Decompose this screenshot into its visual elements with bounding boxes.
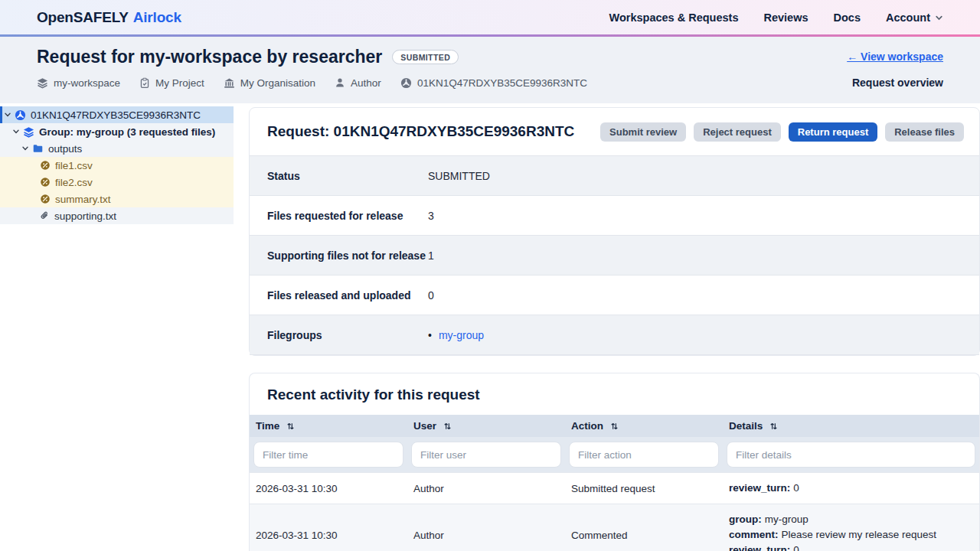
submit-review-button[interactable]: Submit review: [600, 122, 686, 142]
sort-icon: [286, 422, 295, 431]
filegroup-list: • my-group: [428, 329, 978, 341]
filter-cell-action: [565, 437, 723, 473]
detail-value: Please review my release request: [782, 529, 937, 540]
chevron-down-icon[interactable]: [4, 111, 11, 119]
status-badge: SUBMITTED: [392, 50, 459, 64]
detail-line: review_turn:0: [729, 481, 973, 496]
brand-logo[interactable]: OpenSAFELY Airlock: [37, 9, 181, 26]
activity-heading: Recent activity for this request: [250, 373, 979, 415]
activity-header-row: Time User Action: [250, 415, 979, 437]
nav-items: Workspaces & Requests Reviews Docs Accou…: [609, 11, 943, 24]
nav-workspaces-requests[interactable]: Workspaces & Requests: [609, 11, 739, 24]
summary-value: 3: [427, 196, 979, 236]
column-label: Time: [256, 420, 279, 432]
sort-icon: [769, 422, 778, 431]
tree-item-supporting[interactable]: supporting.txt: [0, 207, 234, 224]
summary-label: Status: [250, 156, 427, 196]
top-navigation-bar: OpenSAFELY Airlock Workspaces & Requests…: [0, 0, 980, 34]
chevron-down-icon: [935, 14, 943, 22]
chevron-down-icon[interactable]: [12, 128, 20, 135]
detail-line: comment:Please review my release request: [729, 527, 973, 543]
page-title: Request for my-workspace by researcher: [37, 47, 382, 67]
nav-account-label: Account: [886, 11, 930, 24]
meta-workspace: my-workspace: [37, 77, 120, 89]
activity-row: 2026-03-31 10:30 Author Submitted reques…: [250, 473, 979, 504]
filegroup-link[interactable]: my-group: [439, 329, 484, 341]
request-header: Request for my-workspace by researcher S…: [0, 37, 980, 103]
tree-item-label: summary.txt: [55, 194, 111, 205]
clipboard-check-icon: [139, 77, 150, 89]
filter-user-input[interactable]: [411, 442, 561, 468]
brand-secondary: Airlock: [133, 9, 181, 26]
summary-row-filegroups: Filegroups • my-group: [250, 315, 979, 355]
meta-organisation: My Organisation: [224, 77, 315, 89]
activity-details: review_turn:0: [723, 473, 979, 504]
activity-time: 2026-03-31 10:30: [250, 473, 407, 504]
summary-label: Supporting files not for release: [250, 236, 427, 276]
detail-line: review_turn:0: [729, 543, 973, 551]
summary-row-requested: Files requested for release 3: [250, 196, 979, 236]
tree-item-file2[interactable]: file2.csv: [0, 174, 234, 191]
person-icon: [335, 77, 345, 88]
tree-item-label: file1.csv: [55, 160, 93, 171]
summary-row-status: Status SUBMITTED: [250, 156, 979, 196]
tree-item-outputs-folder[interactable]: outputs: [0, 140, 234, 157]
filter-cell-user: [407, 437, 565, 473]
filter-action-input[interactable]: [569, 442, 719, 468]
column-header-details: Details: [723, 415, 979, 437]
organisation-icon: [224, 77, 235, 89]
filter-cell-time: [250, 437, 407, 473]
sort-details[interactable]: Details: [729, 420, 778, 432]
column-header-time: Time: [250, 415, 407, 437]
column-header-user: User: [407, 415, 565, 437]
request-overview-label: Request overview: [852, 77, 943, 89]
release-files-button[interactable]: Release files: [885, 122, 964, 142]
tree-item-summary[interactable]: summary.txt: [0, 191, 234, 207]
activity-details: group:my-group comment:Please review my …: [723, 504, 979, 551]
summary-row-released: Files released and uploaded 0: [250, 276, 979, 315]
summary-label: Files requested for release: [250, 196, 427, 236]
nav-reviews[interactable]: Reviews: [763, 11, 808, 24]
detail-value: 0: [793, 544, 799, 551]
return-request-button[interactable]: Return request: [789, 122, 877, 142]
column-label: User: [413, 420, 436, 432]
request-summary-table: Status SUBMITTED Files requested for rel…: [250, 155, 979, 355]
summary-value: SUBMITTED: [427, 156, 979, 196]
filter-time-input[interactable]: [253, 442, 403, 468]
meta-request-id: 01KN1Q47RDXYB35CE9936R3NTC: [400, 77, 587, 89]
meta-project: My Project: [139, 77, 204, 89]
tree-item-label: supporting.txt: [54, 210, 116, 222]
tree-item-request-root[interactable]: 01KN1Q47RDXYB35CE9936R3NTC: [0, 106, 234, 123]
paperclip-icon: [40, 210, 50, 221]
sort-action[interactable]: Action: [571, 420, 619, 432]
tree-item-filegroup[interactable]: Group: my-group (3 requested files): [0, 123, 234, 140]
tree-item-label: outputs: [48, 143, 82, 155]
chevron-down-icon[interactable]: [21, 145, 29, 152]
summary-label: Filegroups: [250, 315, 427, 355]
sort-time[interactable]: Time: [256, 420, 295, 432]
nav-account-menu[interactable]: Account: [886, 11, 943, 24]
file-pending-icon: [40, 160, 51, 171]
nav-docs[interactable]: Docs: [834, 11, 861, 24]
file-tree-sidebar: 01KN1Q47RDXYB35CE9936R3NTC Group: my-gro…: [0, 106, 234, 224]
activity-table: Time User Action: [250, 415, 979, 551]
brand-primary: OpenSAFELY: [37, 9, 129, 26]
summary-row-supporting: Supporting files not for release 1: [250, 236, 979, 276]
airlock-request-icon: [15, 109, 26, 121]
recent-activity-card: Recent activity for this request Time Us…: [249, 373, 980, 551]
sort-user[interactable]: User: [413, 420, 452, 432]
tree-item-label: file2.csv: [55, 177, 93, 188]
tree-item-label: 01KN1Q47RDXYB35CE9936R3NTC: [31, 109, 201, 121]
filter-details-input[interactable]: [727, 442, 975, 468]
detail-line: group:my-group: [729, 512, 973, 527]
meta-workspace-label: my-workspace: [54, 77, 120, 89]
reject-request-button[interactable]: Reject request: [694, 122, 781, 142]
summary-value: 0: [427, 276, 979, 315]
activity-action: Commented: [565, 504, 723, 551]
meta-request-id-label: 01KN1Q47RDXYB35CE9936R3NTC: [417, 77, 587, 89]
sort-icon: [443, 422, 452, 431]
request-actions: Submit review Reject request Return requ…: [600, 122, 964, 142]
view-workspace-link[interactable]: ← View workspace: [847, 51, 943, 63]
tree-item-file1[interactable]: file1.csv: [0, 157, 234, 174]
detail-key: group:: [729, 514, 762, 525]
